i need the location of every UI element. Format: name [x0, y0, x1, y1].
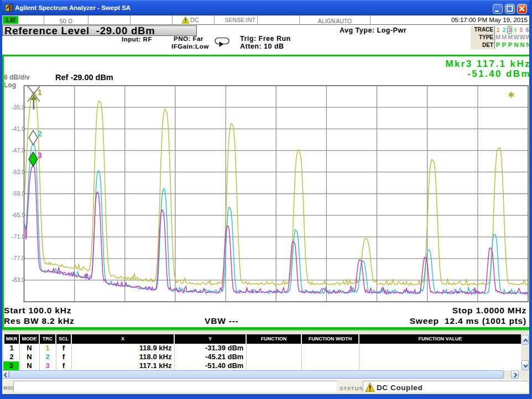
svg-text:2: 2 [38, 129, 42, 138]
svg-text:3: 3 [38, 151, 42, 160]
svg-text:1: 1 [38, 88, 42, 97]
